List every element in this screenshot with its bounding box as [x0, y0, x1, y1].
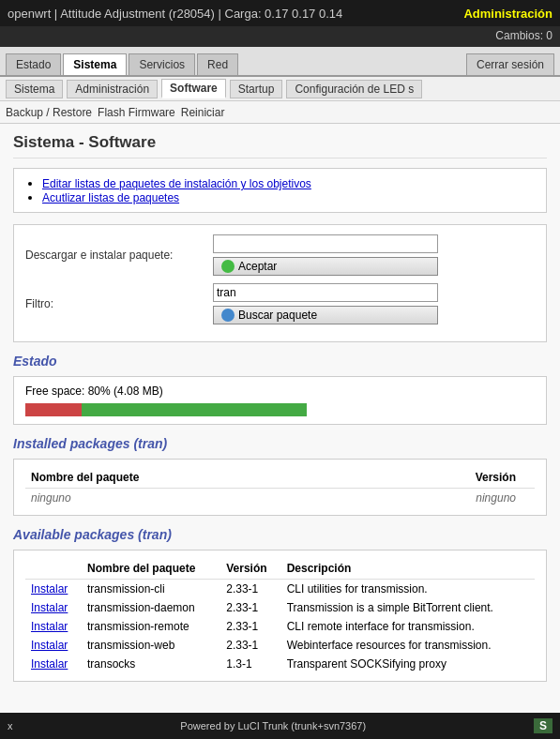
pkg-version: 1.3-1: [220, 655, 280, 673]
pkg-version: 2.33-1: [220, 636, 280, 655]
subtab-startup[interactable]: Startup: [230, 80, 283, 98]
download-controls: Aceptar: [213, 234, 438, 276]
sub-nav: Sistema Administración Software Startup …: [0, 77, 560, 101]
available-packages-section: Nombre del paquete Versión Descripción I…: [13, 550, 547, 682]
table-row: Instalar transmission-cli 2.33-1 CLI uti…: [25, 580, 535, 599]
pkg-name: transmission-web: [82, 636, 220, 655]
pkg-name: transocks: [82, 655, 220, 673]
link-flash[interactable]: Flash Firmware: [98, 106, 175, 119]
pkg-version: 2.33-1: [220, 617, 280, 636]
table-row: Instalar transmission-web 2.33-1 Webinte…: [25, 636, 535, 655]
link-update-lists[interactable]: Acutlizar listas de paquetes: [42, 191, 179, 204]
accept-icon: [221, 260, 235, 273]
pkg-version: 2.33-1: [220, 580, 280, 599]
pkg-desc: CLI utilities for transmission.: [281, 580, 535, 599]
table-row: ninguno ninguno: [25, 489, 535, 508]
main-content: Sistema - Software Editar listas de paqu…: [0, 124, 560, 713]
avail-col-name: Nombre del paquete: [82, 558, 220, 580]
search-label: Buscar paquete: [238, 309, 317, 322]
install-link[interactable]: Instalar: [31, 601, 68, 614]
changes-count: Cambios: 0: [495, 29, 552, 42]
page-title: Sistema - Software: [13, 133, 547, 158]
pkg-desc: Webinterface resources for transmission.: [281, 636, 535, 655]
subtab-software[interactable]: Software: [161, 79, 226, 98]
avail-col-version: Versión: [220, 558, 280, 580]
filter-label: Filtro:: [25, 297, 213, 310]
table-row: Instalar transocks 1.3-1 Transparent SOC…: [25, 655, 535, 673]
installed-packages-table: Nombre del paquete Versión ninguno ningu…: [25, 467, 535, 507]
progress-bar: [25, 403, 307, 416]
install-link[interactable]: Instalar: [31, 620, 68, 633]
status-title: Estado: [13, 354, 547, 369]
download-input[interactable]: [213, 234, 438, 253]
progress-free: [82, 403, 307, 416]
changes-bar: Cambios: 0: [0, 26, 560, 47]
sub-sub-nav: Backup / Restore Flash Firmware Reinicia…: [0, 101, 560, 124]
installed-title: Installed packages (tran): [13, 436, 547, 451]
table-row: Instalar transmission-daemon 2.33-1 Tran…: [25, 598, 535, 617]
footer-text: Powered by LuCI Trunk (trunk+svn7367): [180, 720, 366, 731]
pkg-desc: CLI remote interface for transmission.: [281, 617, 535, 636]
status-box: Free space: 80% (4.08 MB): [13, 376, 547, 425]
available-packages-table: Nombre del paquete Versión Descripción I…: [25, 558, 535, 673]
tab-red[interactable]: Red: [197, 53, 238, 75]
free-space-text: Free space: 80% (4.08 MB): [25, 385, 535, 398]
tab-servicios[interactable]: Servicios: [129, 53, 195, 75]
tab-cerrar-sesion[interactable]: Cerrar sesión: [466, 53, 554, 75]
pkg-name: transmission-remote: [82, 617, 220, 636]
form-section: Descargar e instalar paquete: Aceptar Fi…: [13, 224, 547, 342]
filter-row: Filtro: Buscar paquete: [25, 283, 535, 324]
main-tabs: Estado Sistema Servicios Red Cerrar sesi…: [0, 47, 560, 77]
search-icon: [221, 309, 235, 322]
progress-used: [25, 403, 82, 416]
installed-name-none: ninguno: [25, 489, 356, 508]
subtab-sistema[interactable]: Sistema: [6, 80, 63, 98]
install-link[interactable]: Instalar: [31, 657, 68, 671]
accept-button[interactable]: Aceptar: [213, 257, 438, 276]
installed-version-none: ninguno: [356, 489, 535, 508]
info-box: Editar listas de paquetes de instalación…: [13, 168, 547, 213]
pkg-name: transmission-daemon: [82, 598, 220, 617]
top-bar: openwrt | Attitude Adjustment (r28054) |…: [0, 0, 560, 26]
subtab-administracion[interactable]: Administración: [67, 80, 158, 98]
download-label: Descargar e instalar paquete:: [25, 249, 213, 262]
install-link[interactable]: Instalar: [31, 639, 68, 652]
top-bar-admin: Administración: [463, 7, 552, 21]
avail-col-action: [25, 558, 82, 580]
footer-s-button[interactable]: S: [534, 718, 552, 733]
link-backup[interactable]: Backup / Restore: [6, 106, 92, 119]
installed-col-version: Versión: [356, 467, 535, 489]
tab-estado[interactable]: Estado: [6, 53, 61, 75]
installed-packages-section: Nombre del paquete Versión ninguno ningu…: [13, 459, 547, 516]
pkg-desc: Transmission is a simple BitTorrent clie…: [281, 598, 535, 617]
installed-col-name: Nombre del paquete: [25, 467, 356, 489]
download-row: Descargar e instalar paquete: Aceptar: [25, 234, 535, 276]
filter-controls: Buscar paquete: [213, 283, 438, 324]
pkg-version: 2.33-1: [220, 598, 280, 617]
install-link[interactable]: Instalar: [31, 582, 68, 596]
available-title: Available packages (tran): [13, 527, 547, 542]
accept-label: Aceptar: [238, 260, 277, 273]
avail-col-desc: Descripción: [281, 558, 535, 580]
tab-sistema[interactable]: Sistema: [63, 53, 127, 75]
pkg-name: transmission-cli: [82, 580, 220, 599]
top-bar-info: openwrt | Attitude Adjustment (r28054) |…: [8, 7, 342, 21]
search-button[interactable]: Buscar paquete: [213, 306, 438, 324]
table-row: Instalar transmission-remote 2.33-1 CLI …: [25, 617, 535, 636]
footer-close[interactable]: x: [8, 720, 13, 731]
filter-input[interactable]: [213, 283, 438, 302]
link-reiniciar[interactable]: Reiniciar: [181, 106, 225, 119]
footer: x Powered by LuCI Trunk (trunk+svn7367) …: [0, 713, 560, 739]
subtab-led[interactable]: Configuración de LED s: [286, 80, 422, 98]
link-edit-lists[interactable]: Editar listas de paquetes de instalación…: [42, 177, 311, 190]
pkg-desc: Transparent SOCKSifying proxy: [281, 655, 535, 673]
